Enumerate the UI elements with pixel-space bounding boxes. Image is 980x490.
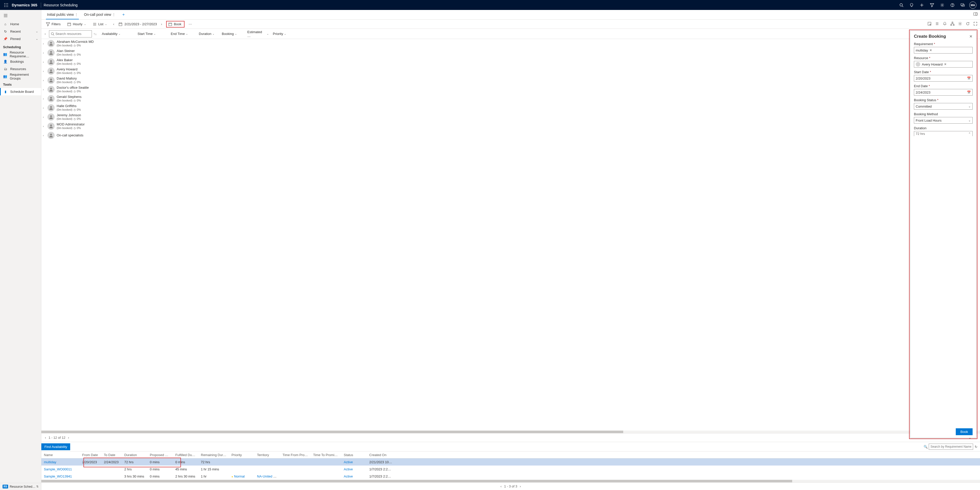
start-date-input[interactable]: 2/20/2023📅 — [914, 75, 973, 82]
bh-created[interactable]: Created On — [367, 453, 395, 457]
nav-resources[interactable]: 🗂Resources — [0, 65, 41, 73]
bottom-scrollbar[interactable] — [41, 480, 980, 482]
list-view-icon[interactable] — [935, 22, 939, 27]
requirement-row[interactable]: multiday 2/20/2023 2/24/2023 72 hrs 0 mi… — [41, 458, 980, 466]
prev-range-button[interactable]: ‹ — [111, 21, 116, 27]
col-availability[interactable]: Availability⌄ — [100, 32, 135, 36]
date-range-picker[interactable]: 2/21/2023 - 2/27/2023 — [118, 22, 157, 26]
end-date-input[interactable]: 2/24/2023📅 — [914, 89, 973, 95]
bh-remaining[interactable]: Remaining Duration — [198, 453, 229, 457]
pager-next[interactable]: › — [68, 436, 69, 439]
expand-icon[interactable]: › — [43, 42, 48, 45]
sort-icon[interactable]: ↑↓ — [94, 32, 97, 36]
bottom-pager-next[interactable]: › — [520, 484, 521, 488]
search-icon[interactable] — [896, 0, 907, 10]
bh-to[interactable]: To Date — [101, 453, 122, 457]
find-availability-button[interactable]: Find Availability — [41, 443, 70, 450]
expand-all-icon[interactable]: › — [43, 32, 48, 36]
pager-prev[interactable]: ‹ — [45, 436, 46, 439]
resource-row[interactable]: › Jeremy Johnson (0m booked) ◷ 0% — [41, 113, 980, 122]
chevron-up-icon[interactable]: ⌃ — [968, 132, 971, 136]
expand-icon[interactable]: › — [43, 79, 48, 82]
bh-from[interactable]: From Date — [80, 453, 101, 457]
filter-icon[interactable] — [927, 0, 937, 10]
expand-icon[interactable]: › — [43, 60, 48, 63]
fullscreen-icon[interactable] — [974, 22, 977, 27]
nav-home[interactable]: ⌂Home — [0, 21, 41, 28]
resource-row[interactable]: › David Mallory (0m booked) ◷ 0% — [41, 76, 980, 85]
col-duration[interactable]: Duration⌄ — [197, 32, 220, 36]
expand-icon[interactable]: › — [43, 134, 48, 137]
calendar-icon[interactable]: 📅 — [967, 90, 971, 94]
requirement-row[interactable]: Sample_WO00011 2 hrs 0 mins 45 mins 1 hr… — [41, 466, 980, 473]
expand-icon[interactable]: › — [43, 125, 48, 128]
hamburger-icon[interactable] — [0, 11, 41, 21]
requirement-row[interactable]: Sample_WO13941 3 hrs 30 mins 0 mins 2 hr… — [41, 473, 980, 480]
gear-icon[interactable] — [937, 0, 947, 10]
col-booking[interactable]: Booking⌄ — [220, 32, 245, 36]
bh-proposed[interactable]: Proposed Dur… — [147, 453, 173, 457]
close-icon[interactable]: ✕ — [969, 34, 973, 39]
col-estimated[interactable]: Estimated …⌄ — [245, 30, 271, 38]
resource-row[interactable]: › Gerald Stephens (0m booked) ◷ 0% — [41, 94, 980, 103]
resource-row[interactable]: › Alan Steiner (0m booked) ◷ 0% — [41, 48, 980, 57]
module-name[interactable]: Resource Scheduling — [44, 3, 78, 7]
booking-status-select[interactable]: Committed⌄ — [914, 103, 973, 109]
user-avatar[interactable]: MA — [969, 2, 977, 9]
clear-icon[interactable]: ✕ — [944, 62, 947, 66]
refresh-icon[interactable] — [966, 22, 970, 27]
req-link[interactable]: Sample_WO13941 — [44, 474, 72, 478]
more-icon[interactable]: ⋯ — [187, 21, 193, 27]
nav-requirement-groups[interactable]: 👥Requirement Groups — [0, 73, 41, 80]
add-tab-button[interactable]: ＋ — [118, 10, 129, 19]
filters-button[interactable]: Filters — [44, 21, 62, 27]
plus-icon[interactable] — [917, 0, 927, 10]
calendar-icon[interactable]: 📅 — [967, 76, 971, 80]
tab-oncall-pool-view[interactable]: On-call pool view⋮ — [81, 10, 118, 19]
expand-icon[interactable] — [974, 12, 977, 17]
booking-method-select[interactable]: Front Load Hours⌄ — [914, 117, 973, 124]
horizontal-scrollbar[interactable] — [41, 431, 980, 433]
resource-row[interactable]: › Doctor's office Seattle (0m booked) ◷ … — [41, 85, 980, 94]
resource-row[interactable]: › Abraham McCormick MD (0m booked) ◷ 0% — [41, 39, 980, 48]
expand-icon[interactable]: › — [43, 88, 48, 91]
bh-priority[interactable]: Priority — [229, 453, 255, 457]
resource-row[interactable]: › MOD Administrator (0m booked) ◷ 0% — [41, 122, 980, 131]
chevron-down-icon[interactable]: ⌄ — [968, 119, 971, 122]
resource-row[interactable]: › Halle Griffiths (0m booked) ◷ 0% — [41, 103, 980, 113]
search-icon[interactable]: 🔍 — [924, 445, 928, 449]
book-submit-button[interactable]: Book — [956, 428, 973, 435]
lightbulb-icon[interactable] — [907, 0, 917, 10]
chat-icon[interactable] — [958, 0, 968, 10]
req-link[interactable]: Sample_WO00011 — [44, 467, 72, 471]
bell-icon[interactable] — [943, 22, 947, 27]
resource-row[interactable]: › On-call specialists — [41, 131, 980, 140]
bottom-pager-prev[interactable]: ‹ — [501, 484, 501, 488]
expand-icon[interactable]: › — [43, 106, 48, 109]
search-input-field[interactable] — [56, 32, 90, 36]
expand-icon[interactable]: › — [43, 116, 48, 119]
resource-input[interactable]: Avery Howard✕ — [914, 61, 973, 68]
nav-schedule-board[interactable]: ▮Schedule Board — [0, 88, 41, 95]
map-icon[interactable] — [928, 22, 932, 27]
resource-search-input[interactable] — [49, 30, 92, 38]
col-end-time[interactable]: End Time⌄ — [169, 32, 197, 36]
sidebar-footer[interactable]: RS Resource Schedul… ⇅ — [0, 483, 41, 490]
resource-row[interactable]: › Avery Howard (0m booked) ◷ 0% — [41, 67, 980, 76]
book-button[interactable]: Book — [166, 21, 185, 27]
nav-recent[interactable]: ↻Recent⌄ — [0, 28, 41, 35]
duration-input[interactable]: 72 hrs⌃ — [914, 131, 973, 136]
next-range-button[interactable]: › — [159, 21, 164, 27]
resource-row[interactable]: › Alex Baker (0m booked) ◷ 0% — [41, 57, 980, 67]
help-icon[interactable] — [947, 0, 958, 10]
expand-icon[interactable]: › — [43, 70, 48, 73]
req-link[interactable]: multiday — [44, 460, 56, 464]
col-priority[interactable]: Priority⌄ — [271, 32, 291, 36]
nav-pinned[interactable]: 📌Pinned⌄ — [0, 35, 41, 43]
hierarchy-icon[interactable] — [950, 22, 955, 27]
bh-time-to[interactable]: Time To Promised — [310, 453, 341, 457]
nav-bookings[interactable]: 👤Bookings — [0, 58, 41, 65]
expand-icon[interactable]: › — [43, 97, 48, 100]
list-dropdown[interactable]: List⌄ — [91, 21, 109, 27]
bh-status[interactable]: Status — [341, 453, 367, 457]
